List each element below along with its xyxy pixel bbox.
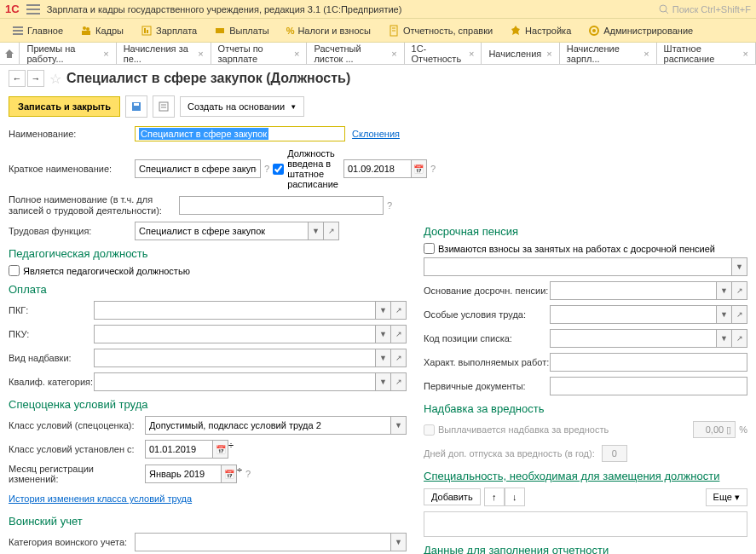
move-up-button[interactable]: ↑ — [484, 488, 505, 506]
favorite-icon[interactable]: ☆ — [49, 71, 61, 87]
page-title: Специалист в сфере закупок (Должность) — [66, 71, 350, 86]
open-icon[interactable]: ↗ — [391, 325, 407, 343]
short-input[interactable] — [135, 159, 261, 178]
dropdown-icon[interactable]: ▼ — [391, 416, 407, 435]
open-icon[interactable]: ↗ — [391, 301, 407, 320]
specialty-list[interactable] — [424, 511, 747, 537]
create-based-button[interactable]: Создать на основании▼ — [180, 96, 304, 117]
close-icon[interactable]: × — [643, 49, 649, 59]
month-input[interactable] — [145, 465, 222, 483]
in-schedule-check[interactable]: Должность введена в штатное расписание — [273, 148, 338, 189]
open-icon[interactable]: ↗ — [324, 222, 339, 240]
help-icon[interactable]: ? — [387, 200, 392, 211]
pension-docs-input[interactable] — [550, 377, 747, 395]
window-title: Зарплата и кадры государственного учрежд… — [47, 4, 402, 14]
close-icon[interactable]: × — [198, 49, 203, 59]
close-icon[interactable]: × — [743, 49, 748, 59]
svg-rect-10 — [147, 30, 148, 33]
menu-zarplata[interactable]: Зарплата — [134, 21, 204, 40]
history-link[interactable]: История изменения класса условий труда — [9, 493, 192, 504]
class-input[interactable] — [145, 416, 391, 435]
dropdown-icon[interactable]: ▼ — [376, 372, 391, 391]
dropdown-icon[interactable]: ▼ — [717, 281, 732, 300]
dropdown-icon[interactable]: ▼ — [309, 222, 324, 240]
tab-0[interactable]: Приемы на работу...× — [20, 43, 116, 64]
hazard-days: 0 — [602, 445, 627, 462]
menu-nalogi[interactable]: %Налоги и взносы — [280, 22, 378, 39]
hazard-check[interactable]: Выплачивается надбавка за вредность — [424, 424, 609, 436]
close-icon[interactable]: × — [546, 49, 551, 59]
menu-vyplaty[interactable]: Выплаты — [207, 21, 275, 40]
close-icon[interactable]: × — [103, 49, 108, 59]
open-icon[interactable]: ↗ — [391, 349, 407, 367]
menu-main[interactable]: Главное — [5, 21, 70, 40]
pkg-input[interactable] — [94, 301, 376, 320]
schedule-date-input[interactable] — [343, 159, 412, 178]
start-page-tab[interactable] — [0, 43, 20, 64]
tab-1[interactable]: Начисления за пе...× — [117, 43, 211, 64]
tab-6[interactable]: Начисление зарпл...× — [560, 43, 657, 64]
add-button[interactable]: Добавить — [424, 488, 481, 505]
pension-extra-input[interactable] — [424, 257, 732, 276]
dropdown-icon[interactable]: ▼ — [376, 349, 391, 367]
mil-cat-input[interactable] — [135, 533, 391, 551]
save-close-button[interactable]: Записать и закрыть — [9, 96, 120, 117]
pension-char-input[interactable] — [550, 353, 747, 372]
help-icon[interactable]: ? — [264, 164, 269, 174]
menu-nastroyka[interactable]: Настройка — [503, 21, 578, 40]
category-input[interactable] — [94, 372, 376, 391]
pension-check[interactable]: Взимаются взносы за занятых на работах с… — [424, 243, 747, 254]
svg-marker-18 — [5, 49, 14, 58]
dropdown-icon[interactable]: ▼ — [376, 325, 391, 343]
tab-2[interactable]: Отчеты по зарплате× — [211, 43, 308, 64]
dropdown-icon[interactable]: ▼ — [717, 305, 732, 324]
pedagogic-check[interactable]: Является педагогической должностью — [9, 265, 407, 276]
tab-4[interactable]: 1С-Отчетность× — [405, 43, 482, 64]
section-hazard: Надбавка за вредность — [424, 402, 747, 415]
bonus-input[interactable] — [94, 349, 376, 367]
tab-3[interactable]: Расчетный листок ...× — [307, 43, 404, 64]
open-icon[interactable]: ↗ — [391, 372, 407, 391]
full-input[interactable] — [179, 196, 384, 215]
svg-rect-2 — [13, 26, 23, 28]
move-down-button[interactable]: ↓ — [505, 488, 525, 506]
calendar-icon[interactable]: 📅 — [222, 465, 237, 483]
global-search[interactable]: Поиск Ctrl+Shift+F — [659, 4, 751, 14]
close-icon[interactable]: × — [391, 49, 396, 59]
more-button[interactable]: Еще ▾ — [706, 488, 747, 506]
calendar-icon[interactable]: 📅 — [213, 440, 228, 459]
dropdown-icon[interactable]: ▼ — [717, 329, 732, 348]
tab-7[interactable]: Штатное расписание× — [657, 43, 756, 64]
menu-kadry[interactable]: Кадры — [73, 21, 130, 40]
svg-point-0 — [660, 5, 667, 12]
svg-rect-7 — [82, 31, 90, 35]
dropdown-icon[interactable]: ▼ — [732, 257, 747, 276]
dropdown-icon[interactable]: ▼ — [391, 533, 407, 551]
pension-basis-input[interactable] — [550, 281, 717, 300]
tab-5[interactable]: Начисления× — [482, 43, 559, 64]
save-button[interactable] — [125, 95, 147, 118]
help-icon[interactable]: ? — [245, 469, 251, 479]
open-icon[interactable]: ↗ — [732, 281, 747, 300]
declensions-link[interactable]: Склонения — [352, 129, 400, 139]
open-icon[interactable]: ↗ — [732, 329, 747, 348]
spin-icon[interactable]: ÷ — [228, 440, 234, 459]
list-button[interactable] — [153, 95, 175, 118]
menu-icon[interactable] — [26, 4, 40, 14]
open-icon[interactable]: ↗ — [732, 305, 747, 324]
spin-icon[interactable]: ÷ — [237, 465, 242, 483]
pension-listcode-input[interactable] — [550, 329, 717, 348]
forward-button[interactable]: → — [27, 70, 44, 87]
pension-special-input[interactable] — [550, 305, 717, 324]
function-input[interactable] — [135, 222, 309, 240]
name-input[interactable]: Специалист в сфере закупок — [135, 126, 345, 141]
dropdown-icon[interactable]: ▼ — [376, 301, 391, 320]
menu-otchetnost[interactable]: Отчетность, справки — [381, 21, 499, 40]
menu-admin[interactable]: Администрирование — [581, 21, 700, 40]
back-button[interactable]: ← — [9, 70, 26, 87]
setfrom-input[interactable] — [145, 440, 213, 459]
pku-input[interactable] — [94, 325, 376, 343]
section-specialty[interactable]: Специальность, необходимая для замещения… — [424, 470, 747, 482]
close-icon[interactable]: × — [469, 49, 474, 59]
close-icon[interactable]: × — [294, 49, 299, 59]
